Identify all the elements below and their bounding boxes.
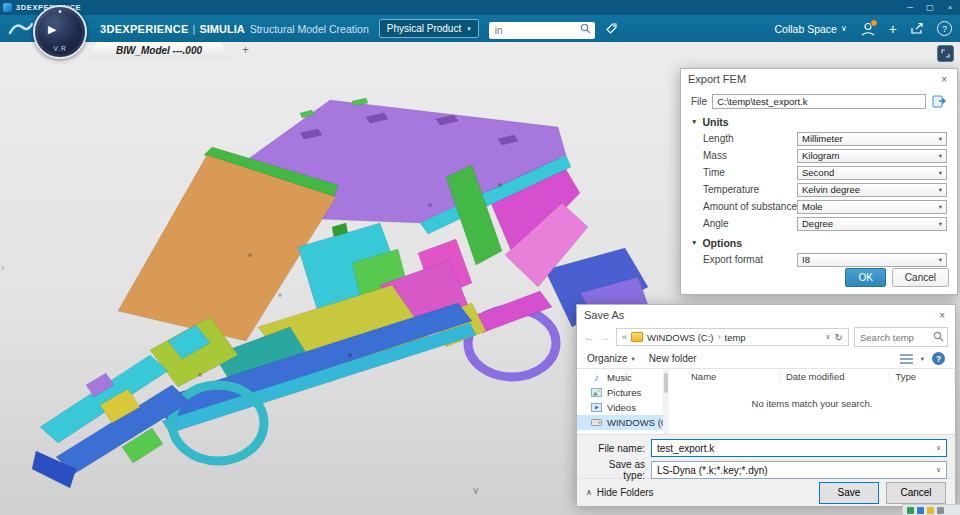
export-format-value: I8 xyxy=(802,254,939,265)
export-dialog-title: Export FEM xyxy=(688,73,746,85)
units-section-header[interactable]: ▼ Units xyxy=(691,113,947,130)
maximize-button[interactable]: ▢ xyxy=(920,0,940,15)
share-icon[interactable] xyxy=(910,22,924,35)
tray-icon-gray[interactable] xyxy=(937,507,944,514)
save-as-footer: ∧ Hide Folders Save Cancel xyxy=(577,478,955,506)
explorer-help-icon[interactable]: ? xyxy=(932,352,945,365)
minimize-button[interactable]: ─ xyxy=(900,0,920,15)
collab-space-dropdown[interactable]: Collab Space ∨ xyxy=(774,23,846,35)
user-avatar[interactable] xyxy=(860,21,876,37)
chevron-down-icon[interactable]: ∨ xyxy=(936,466,941,474)
fullscreen-toggle-button[interactable] xyxy=(937,45,954,62)
length-unit-value: Millimeter xyxy=(802,133,939,144)
app-logo-icon xyxy=(3,3,12,12)
time-label: Time xyxy=(703,167,797,178)
sidebar-item-videos[interactable]: Videos xyxy=(577,400,663,415)
mass-unit-dropdown[interactable]: Kilogram ▾ xyxy=(797,149,947,163)
hide-folders-button[interactable]: ∧ Hide Folders xyxy=(586,487,654,498)
file-row: File xyxy=(691,91,947,111)
new-tab-button[interactable]: + xyxy=(242,43,249,57)
new-folder-button[interactable]: New folder xyxy=(649,353,697,364)
3dexperience-compass[interactable]: ▶ V.R xyxy=(33,5,87,59)
export-cancel-button[interactable]: Cancel xyxy=(892,268,949,287)
column-header-row: Name Date modified Type xyxy=(669,369,955,384)
tray-icon-yellow[interactable] xyxy=(927,507,934,514)
back-button[interactable]: ← xyxy=(584,331,595,343)
sidebar-item-local-disk-d[interactable]: Local Disk (D:) xyxy=(577,430,663,434)
sidebar-label: Local Disk (D:) xyxy=(607,432,663,434)
refresh-icon[interactable]: ↻ xyxy=(835,332,843,343)
sidebar-item-music[interactable]: ♪ Music xyxy=(577,370,663,385)
substance-label: Amount of substance xyxy=(703,201,797,212)
organize-menu[interactable]: Organize ▾ xyxy=(587,353,635,364)
options-section-header[interactable]: ▼ Options xyxy=(691,234,947,251)
search-icon[interactable] xyxy=(580,23,591,34)
document-tab[interactable]: BIW_Model ---.000 xyxy=(88,42,230,58)
search-icon[interactable] xyxy=(933,331,944,342)
ok-button[interactable]: OK xyxy=(845,268,885,287)
browse-file-icon[interactable] xyxy=(931,94,947,108)
save-type-dropdown[interactable]: LS-Dyna (*.k;*.key;*.dyn) ∨ xyxy=(651,461,947,479)
left-panel-expander[interactable]: › xyxy=(1,262,4,273)
view-caret-down-icon[interactable]: ▾ xyxy=(921,355,924,363)
scrollbar-thumb[interactable] xyxy=(664,373,668,393)
help-button[interactable]: ? xyxy=(937,21,952,36)
column-header-date-modified[interactable]: Date modified xyxy=(780,371,890,382)
context-type-dropdown[interactable]: Physical Product ▾ xyxy=(379,19,479,38)
breadcrumb-folder[interactable]: temp xyxy=(725,332,746,343)
sidebar-label: Pictures xyxy=(607,387,641,398)
export-dialog-close-icon[interactable]: × xyxy=(938,74,950,85)
bottom-panel-expander[interactable]: ∨ xyxy=(472,485,479,496)
time-unit-dropdown[interactable]: Second ▾ xyxy=(797,166,947,180)
save-as-titlebar: Save As × xyxy=(577,305,955,325)
file-name-label: File name: xyxy=(585,443,645,454)
forward-button[interactable]: → xyxy=(600,331,611,343)
address-dropdown-icon[interactable]: ∨ xyxy=(825,333,830,341)
temperature-unit-dropdown[interactable]: Kelvin degree ▾ xyxy=(797,183,947,197)
sidebar-item-windows-c[interactable]: WINDOWS (C:) xyxy=(577,415,663,430)
collapse-triangle-icon: ▼ xyxy=(691,118,697,125)
tray-icon-green[interactable] xyxy=(907,507,914,514)
unit-row-time: Time Second ▾ xyxy=(691,164,947,181)
sidebar-item-pictures[interactable]: Pictures xyxy=(577,385,663,400)
add-content-button[interactable]: + xyxy=(889,22,897,36)
column-header-name[interactable]: Name xyxy=(669,371,780,382)
breadcrumb-drive[interactable]: WINDOWS (C:) xyxy=(647,332,714,343)
export-format-dropdown[interactable]: I8 ▾ xyxy=(797,253,947,267)
address-overflow-icon[interactable]: « xyxy=(622,332,627,342)
model-3d-biw-car[interactable] xyxy=(0,55,660,505)
save-button[interactable]: Save xyxy=(819,482,879,504)
tag-icon[interactable] xyxy=(605,22,618,35)
save-as-close-icon[interactable]: × xyxy=(936,310,948,321)
toolbar-right-cluster: ▾ ? xyxy=(900,352,945,365)
sidebar-label: WINDOWS (C:) xyxy=(607,417,663,428)
window-titlebar: 3DEXPERIENCE ─ ▢ × xyxy=(0,0,960,15)
sidebar-label: Music xyxy=(607,372,632,383)
angle-unit-dropdown[interactable]: Degree ▾ xyxy=(797,217,947,231)
file-name-input[interactable]: test_export.k ∨ xyxy=(651,439,947,457)
save-as-cancel-button[interactable]: Cancel xyxy=(886,482,946,504)
caret-down-icon: ▾ xyxy=(939,203,942,211)
column-header-type[interactable]: Type xyxy=(890,371,955,382)
export-file-path-input[interactable] xyxy=(712,94,926,109)
length-unit-dropdown[interactable]: Millimeter ▾ xyxy=(797,132,947,146)
change-view-icon[interactable] xyxy=(900,354,913,364)
explorer-search xyxy=(854,327,948,347)
music-icon: ♪ xyxy=(591,372,602,383)
header-right-cluster: Collab Space ∨ + ? xyxy=(774,21,952,37)
file-list-area[interactable]: Name Date modified Type No items match y… xyxy=(669,369,955,434)
chevron-down-icon[interactable]: ∨ xyxy=(936,444,941,452)
caret-down-icon: ▾ xyxy=(939,135,942,143)
tray-icon-blue[interactable] xyxy=(917,507,924,514)
brand-text: 3DEXPERIENCE xyxy=(100,23,189,35)
save-as-buttons: Save Cancel xyxy=(819,482,946,504)
temperature-label: Temperature xyxy=(703,184,797,195)
export-format-label: Export format xyxy=(703,254,797,265)
amount-of-substance-unit-dropdown[interactable]: Mole ▾ xyxy=(797,200,947,214)
folder-icon xyxy=(631,332,643,342)
window-controls: ─ ▢ × xyxy=(900,0,960,15)
close-button[interactable]: × xyxy=(940,0,960,15)
address-bar[interactable]: « WINDOWS (C:) › temp ∨ ↻ xyxy=(616,328,849,346)
unit-row-angle: Angle Degree ▾ xyxy=(691,215,947,232)
export-dialog-titlebar: Export FEM × xyxy=(681,69,957,89)
